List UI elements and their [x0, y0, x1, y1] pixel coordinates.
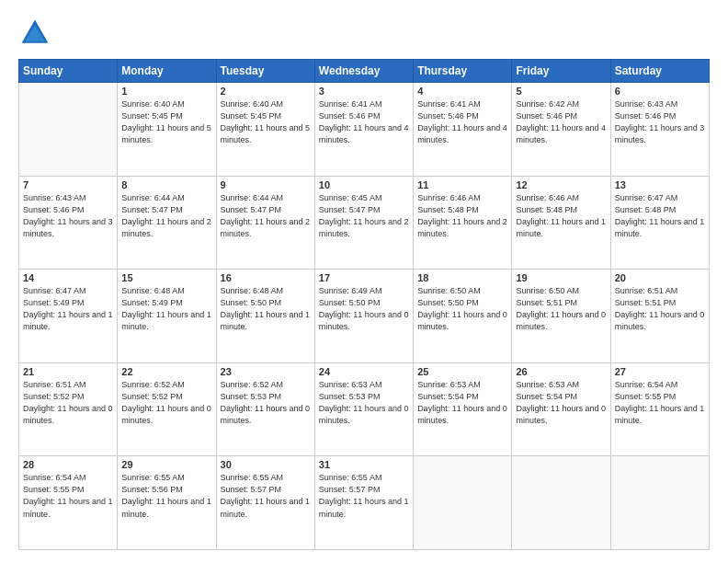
day-number: 14 [23, 272, 113, 283]
daylight-text: Daylight: 11 hours and 0 minutes. [23, 403, 113, 427]
day-number: 27 [615, 366, 705, 377]
calendar-day-cell: 7Sunrise: 6:43 AMSunset: 5:46 PMDaylight… [19, 176, 118, 270]
sunset-text: Sunset: 5:50 PM [319, 297, 409, 309]
calendar-day-cell: 4Sunrise: 6:41 AMSunset: 5:46 PMDaylight… [414, 83, 512, 177]
sunrise-text: Sunrise: 6:49 AM [319, 285, 409, 297]
daylight-text: Daylight: 11 hours and 2 minutes. [121, 216, 211, 240]
day-info: Sunrise: 6:51 AMSunset: 5:51 PMDaylight:… [615, 285, 705, 333]
calendar-table: SundayMondayTuesdayWednesdayThursdayFrid… [18, 59, 710, 550]
sunset-text: Sunset: 5:45 PM [221, 110, 311, 122]
sunrise-text: Sunrise: 6:54 AM [23, 472, 113, 484]
day-info: Sunrise: 6:53 AMSunset: 5:54 PMDaylight:… [417, 379, 507, 427]
sunset-text: Sunset: 5:57 PM [221, 484, 311, 496]
daylight-text: Daylight: 11 hours and 1 minute. [221, 309, 311, 333]
day-info: Sunrise: 6:46 AMSunset: 5:48 PMDaylight:… [417, 192, 507, 240]
sunrise-text: Sunrise: 6:44 AM [121, 192, 211, 204]
sunrise-text: Sunrise: 6:53 AM [319, 379, 409, 391]
day-info: Sunrise: 6:41 AMSunset: 5:46 PMDaylight:… [417, 98, 507, 146]
calendar-week-row: 1Sunrise: 6:40 AMSunset: 5:45 PMDaylight… [19, 83, 710, 177]
sunset-text: Sunset: 5:54 PM [516, 391, 606, 403]
day-info: Sunrise: 6:43 AMSunset: 5:46 PMDaylight:… [615, 98, 705, 146]
header [18, 17, 710, 50]
day-number: 24 [319, 366, 409, 377]
weekday-header-cell: Thursday [414, 60, 512, 83]
day-number: 6 [615, 86, 705, 97]
day-number: 9 [221, 179, 311, 190]
day-info: Sunrise: 6:47 AMSunset: 5:49 PMDaylight:… [23, 285, 113, 333]
daylight-text: Daylight: 11 hours and 4 minutes. [417, 122, 507, 146]
daylight-text: Daylight: 11 hours and 0 minutes. [417, 403, 507, 427]
daylight-text: Daylight: 11 hours and 3 minutes. [23, 216, 113, 240]
day-number: 15 [121, 272, 211, 283]
day-info: Sunrise: 6:47 AMSunset: 5:48 PMDaylight:… [615, 192, 705, 240]
calendar-day-cell: 30Sunrise: 6:55 AMSunset: 5:57 PMDayligh… [216, 456, 314, 550]
day-number: 10 [319, 179, 409, 190]
daylight-text: Daylight: 11 hours and 0 minutes. [121, 403, 211, 427]
calendar-day-cell: 5Sunrise: 6:42 AMSunset: 5:46 PMDaylight… [512, 83, 610, 177]
daylight-text: Daylight: 11 hours and 1 minute. [121, 309, 211, 333]
sunrise-text: Sunrise: 6:53 AM [417, 379, 507, 391]
day-number: 4 [417, 86, 507, 97]
calendar-day-cell [19, 83, 118, 177]
sunrise-text: Sunrise: 6:55 AM [319, 472, 409, 484]
sunrise-text: Sunrise: 6:40 AM [221, 98, 311, 110]
calendar-week-row: 7Sunrise: 6:43 AMSunset: 5:46 PMDaylight… [19, 176, 710, 270]
calendar-day-cell: 17Sunrise: 6:49 AMSunset: 5:50 PMDayligh… [314, 270, 413, 363]
calendar-day-cell: 2Sunrise: 6:40 AMSunset: 5:45 PMDaylight… [216, 83, 314, 177]
day-info: Sunrise: 6:55 AMSunset: 5:56 PMDaylight:… [121, 472, 211, 520]
sunset-text: Sunset: 5:48 PM [615, 204, 705, 216]
sunset-text: Sunset: 5:46 PM [417, 110, 507, 122]
day-number: 23 [221, 366, 311, 377]
daylight-text: Daylight: 11 hours and 0 minutes. [417, 309, 507, 333]
daylight-text: Daylight: 11 hours and 4 minutes. [319, 122, 409, 146]
sunset-text: Sunset: 5:55 PM [615, 391, 705, 403]
day-info: Sunrise: 6:40 AMSunset: 5:45 PMDaylight:… [121, 98, 211, 146]
day-number: 17 [319, 272, 409, 283]
day-info: Sunrise: 6:52 AMSunset: 5:53 PMDaylight:… [221, 379, 311, 427]
calendar-day-cell [610, 456, 709, 550]
day-info: Sunrise: 6:53 AMSunset: 5:53 PMDaylight:… [319, 379, 409, 427]
sunset-text: Sunset: 5:56 PM [121, 484, 211, 496]
daylight-text: Daylight: 11 hours and 1 minute. [23, 309, 113, 333]
sunrise-text: Sunrise: 6:51 AM [23, 379, 113, 391]
day-number: 5 [516, 86, 606, 97]
day-info: Sunrise: 6:40 AMSunset: 5:45 PMDaylight:… [221, 98, 311, 146]
day-number: 12 [516, 179, 606, 190]
calendar-day-cell: 26Sunrise: 6:53 AMSunset: 5:54 PMDayligh… [512, 362, 610, 456]
sunrise-text: Sunrise: 6:46 AM [516, 192, 606, 204]
calendar-day-cell: 13Sunrise: 6:47 AMSunset: 5:48 PMDayligh… [610, 176, 709, 270]
calendar-day-cell: 11Sunrise: 6:46 AMSunset: 5:48 PMDayligh… [414, 176, 512, 270]
sunset-text: Sunset: 5:51 PM [516, 297, 606, 309]
daylight-text: Daylight: 11 hours and 0 minutes. [319, 403, 409, 427]
day-info: Sunrise: 6:48 AMSunset: 5:49 PMDaylight:… [121, 285, 211, 333]
calendar-day-cell: 1Sunrise: 6:40 AMSunset: 5:45 PMDaylight… [118, 83, 216, 177]
daylight-text: Daylight: 11 hours and 3 minutes. [615, 122, 705, 146]
sunset-text: Sunset: 5:53 PM [319, 391, 409, 403]
calendar-day-cell: 27Sunrise: 6:54 AMSunset: 5:55 PMDayligh… [610, 362, 709, 456]
weekday-header-cell: Wednesday [314, 60, 413, 83]
sunset-text: Sunset: 5:52 PM [121, 391, 211, 403]
day-info: Sunrise: 6:48 AMSunset: 5:50 PMDaylight:… [221, 285, 311, 333]
calendar-day-cell: 15Sunrise: 6:48 AMSunset: 5:49 PMDayligh… [118, 270, 216, 363]
daylight-text: Daylight: 11 hours and 1 minute. [319, 496, 409, 520]
sunset-text: Sunset: 5:47 PM [121, 204, 211, 216]
weekday-header-cell: Friday [512, 60, 610, 83]
daylight-text: Daylight: 11 hours and 1 minute. [221, 496, 311, 520]
sunrise-text: Sunrise: 6:50 AM [516, 285, 606, 297]
day-number: 21 [23, 366, 113, 377]
daylight-text: Daylight: 11 hours and 5 minutes. [121, 122, 211, 146]
day-info: Sunrise: 6:50 AMSunset: 5:50 PMDaylight:… [417, 285, 507, 333]
day-number: 30 [221, 459, 311, 470]
sunset-text: Sunset: 5:50 PM [221, 297, 311, 309]
day-number: 16 [221, 272, 311, 283]
day-info: Sunrise: 6:54 AMSunset: 5:55 PMDaylight:… [23, 472, 113, 520]
sunrise-text: Sunrise: 6:52 AM [221, 379, 311, 391]
calendar-day-cell: 3Sunrise: 6:41 AMSunset: 5:46 PMDaylight… [314, 83, 413, 177]
sunset-text: Sunset: 5:46 PM [319, 110, 409, 122]
calendar-day-cell [414, 456, 512, 550]
sunset-text: Sunset: 5:47 PM [221, 204, 311, 216]
calendar-day-cell: 9Sunrise: 6:44 AMSunset: 5:47 PMDaylight… [216, 176, 314, 270]
daylight-text: Daylight: 11 hours and 0 minutes. [516, 403, 606, 427]
sunrise-text: Sunrise: 6:54 AM [615, 379, 705, 391]
calendar-day-cell: 22Sunrise: 6:52 AMSunset: 5:52 PMDayligh… [118, 362, 216, 456]
